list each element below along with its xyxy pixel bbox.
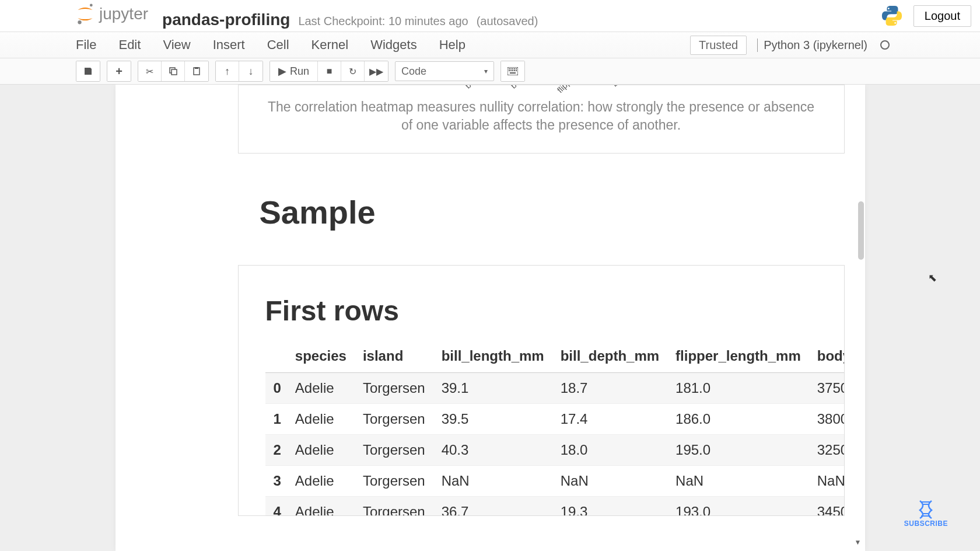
svg-rect-11 xyxy=(512,68,513,69)
table-cell: 19.3 xyxy=(558,497,673,517)
col-bill-length: bill_length_mm xyxy=(439,342,558,373)
autosaved-text: (autosaved) xyxy=(477,15,538,28)
chevron-down-icon: ▾ xyxy=(484,67,488,75)
table-cell: 181.0 xyxy=(673,373,815,404)
table-row: 2AdelieTorgersen40.318.0195.03250.0 xyxy=(265,435,845,466)
jupyter-icon xyxy=(76,3,94,25)
table-cell: 3800.0 xyxy=(815,404,845,435)
add-cell-button[interactable]: + xyxy=(107,61,131,81)
table-cell: Torgersen xyxy=(360,404,439,435)
restart-run-button[interactable]: ▶▶ xyxy=(365,61,388,81)
table-cell: 3 xyxy=(265,466,293,497)
subscribe-badge[interactable]: SUBSCRIBE xyxy=(904,498,948,528)
move-down-button[interactable]: ↓ xyxy=(239,61,262,81)
svg-rect-18 xyxy=(516,70,517,71)
table-cell: Torgersen xyxy=(360,435,439,466)
col-species: species xyxy=(293,342,360,373)
table-cell: 4 xyxy=(265,497,293,517)
trusted-badge[interactable]: Trusted xyxy=(690,36,747,55)
table-cell: 0 xyxy=(265,373,293,404)
table-cell: Adelie xyxy=(293,373,360,404)
table-cell: 2 xyxy=(265,435,293,466)
run-label: Run xyxy=(290,65,309,78)
table-cell: Torgersen xyxy=(360,466,439,497)
table-cell: Adelie xyxy=(293,466,360,497)
cut-button[interactable]: ✂ xyxy=(138,61,162,81)
restart-button[interactable]: ↻ xyxy=(341,61,365,81)
arrow-up-icon: ↑ xyxy=(225,65,230,78)
logout-button[interactable]: Logout xyxy=(914,5,971,27)
axis-label: flipper xyxy=(555,85,578,95)
svg-rect-7 xyxy=(195,67,198,69)
table-cell: 18.7 xyxy=(558,373,673,404)
play-icon: ▶ xyxy=(278,65,286,78)
cell-type-label: Code xyxy=(401,65,426,78)
table-row: 4AdelieTorgersen36.719.3193.03450.0 xyxy=(265,497,845,517)
run-button[interactable]: ▶ Run xyxy=(270,61,318,81)
table-cell: 17.4 xyxy=(558,404,673,435)
axis-label: bill xyxy=(463,85,477,90)
python-icon xyxy=(881,5,903,27)
table-row: 3AdelieTorgersenNaNNaNNaNNaN xyxy=(265,466,845,497)
svg-point-0 xyxy=(90,4,93,6)
table-cell: 18.0 xyxy=(558,435,673,466)
fast-forward-icon: ▶▶ xyxy=(369,66,383,77)
menu-cell[interactable]: Cell xyxy=(267,37,289,53)
svg-point-2 xyxy=(888,8,890,9)
table-cell: 39.5 xyxy=(439,404,558,435)
svg-rect-10 xyxy=(510,68,512,69)
kernel-name[interactable]: Python 3 (ipykernel) xyxy=(757,39,867,52)
scroll-down-arrow-icon[interactable]: ▼ xyxy=(855,538,862,546)
menu-widgets[interactable]: Widgets xyxy=(370,37,416,53)
menu-edit[interactable]: Edit xyxy=(118,37,141,53)
table-cell: NaN xyxy=(815,466,845,497)
notebook-name[interactable]: pandas-profiling xyxy=(162,11,290,29)
menu-kernel[interactable]: Kernel xyxy=(312,37,349,53)
table-row: 0AdelieTorgersen39.118.7181.03750.0 xyxy=(265,373,845,404)
keyboard-icon xyxy=(508,67,518,75)
table-cell: NaN xyxy=(439,466,558,497)
svg-rect-5 xyxy=(172,69,177,75)
table-cell: 3750.0 xyxy=(815,373,845,404)
table-cell: 36.7 xyxy=(439,497,558,517)
move-up-button[interactable]: ↑ xyxy=(216,61,239,81)
menu-file[interactable]: File xyxy=(76,37,96,53)
menu-help[interactable]: Help xyxy=(439,37,466,53)
col-index xyxy=(265,342,293,373)
notebook-area: bill bill flipper b The correlation heat… xyxy=(0,85,980,551)
svg-rect-16 xyxy=(512,70,513,71)
table-cell: Adelie xyxy=(293,497,360,517)
dna-icon xyxy=(915,498,936,519)
table-cell: 195.0 xyxy=(673,435,815,466)
plus-icon: + xyxy=(116,65,123,78)
table-cell: 40.3 xyxy=(439,435,558,466)
cell-type-dropdown[interactable]: Code ▾ xyxy=(395,61,494,81)
command-palette-button[interactable] xyxy=(501,61,524,81)
table-cell: 3250.0 xyxy=(815,435,845,466)
svg-rect-14 xyxy=(509,70,510,71)
jupyter-logo[interactable]: jupyter xyxy=(76,3,148,25)
cursor-icon: ⬉ xyxy=(928,271,937,284)
table-cell: NaN xyxy=(673,466,815,497)
svg-rect-15 xyxy=(510,70,512,71)
vertical-scroll-thumb[interactable] xyxy=(858,201,864,260)
menu-view[interactable]: View xyxy=(163,37,190,53)
sample-table: species island bill_length_mm bill_depth… xyxy=(265,342,845,516)
save-button[interactable] xyxy=(76,61,100,81)
table-cell: Adelie xyxy=(293,435,360,466)
sample-heading: Sample xyxy=(260,193,845,231)
svg-rect-9 xyxy=(509,68,510,69)
col-bill-depth: bill_depth_mm xyxy=(558,342,673,373)
cut-icon: ✂ xyxy=(146,66,153,77)
table-cell: NaN xyxy=(558,466,673,497)
stop-icon: ■ xyxy=(327,66,332,76)
copy-button[interactable] xyxy=(162,61,185,81)
svg-rect-12 xyxy=(514,68,515,69)
stop-button[interactable]: ■ xyxy=(318,61,341,81)
svg-point-1 xyxy=(78,20,81,24)
toolbar: + ✂ ↑ ↓ ▶ Run ■ ↻ ▶▶ xyxy=(0,58,980,85)
paste-button[interactable] xyxy=(185,61,208,81)
menu-insert[interactable]: Insert xyxy=(213,37,245,53)
header-right: Logout xyxy=(881,5,971,27)
subscribe-label: SUBSCRIBE xyxy=(904,519,948,528)
